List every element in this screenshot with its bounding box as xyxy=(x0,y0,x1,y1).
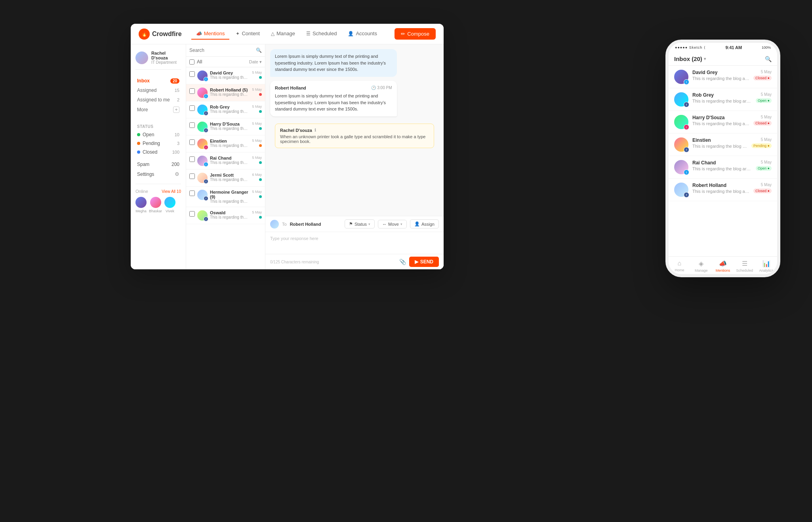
msg-checkbox[interactable] xyxy=(189,122,195,128)
avatar xyxy=(135,51,148,64)
mobile-msg-content: Rai Chand This is regarding the blog art… xyxy=(692,160,752,171)
msg-checkbox[interactable] xyxy=(189,105,195,111)
sidebar-item-more[interactable]: More + xyxy=(135,105,181,115)
list-item[interactable]: f Jermi Scott This is regarding the blog… xyxy=(186,170,265,187)
assigned-count: 15 xyxy=(175,88,179,93)
status-button[interactable]: ⚑ Status ▾ xyxy=(345,219,375,229)
manage-label: Manage xyxy=(276,30,295,36)
bubble-time: 3:00 PM xyxy=(377,86,392,90)
list-item[interactable]: f Harry D'Souza This is regarding the bl… xyxy=(186,118,265,135)
msg-text: This is regarding the blog article publi… xyxy=(210,75,250,80)
list-item[interactable]: f Rob Grey This is regarding the blog ar… xyxy=(186,101,265,118)
reply-input-area: Type your response here xyxy=(265,232,444,254)
msg-avatar: f xyxy=(197,122,208,132)
search-input[interactable] xyxy=(189,48,254,53)
message-bubble-incoming: Lorem Ipsum is simply dummy text of the … xyxy=(270,49,397,77)
mobile-nav-mentions[interactable]: 📣 Mentions xyxy=(712,260,734,272)
list-item[interactable]: i Harry D'Souza This is regarding the bl… xyxy=(669,111,777,133)
note-info-icon: ℹ xyxy=(315,128,316,132)
open-count: 10 xyxy=(175,132,179,137)
mobile-msg-meta: 5 May Open ● xyxy=(756,92,772,103)
msg-status-dot xyxy=(259,76,262,79)
list-item[interactable]: i Einstien This is regarding the blog ar… xyxy=(186,135,265,152)
sidebar: Rachel D'souza IT Department Inbox 20 As… xyxy=(131,44,186,269)
more-plus-icon[interactable]: + xyxy=(173,107,179,113)
assign-button[interactable]: 👤 Assign xyxy=(410,219,439,229)
mobile-nav-analytics[interactable]: 📊 Analytics xyxy=(755,260,777,272)
sidebar-item-assigned[interactable]: Assigned 15 xyxy=(135,86,181,95)
msg-text: This is regarding the blog article publi… xyxy=(210,160,250,165)
list-item[interactable]: t Rai Chand This is regarding the blog a… xyxy=(669,156,777,179)
nav-accounts[interactable]: 👤 Accounts xyxy=(343,28,381,40)
list-item[interactable]: f Robert Holland This is regarding the b… xyxy=(669,179,777,201)
msg-checkbox[interactable] xyxy=(189,71,195,77)
compose-label: Compose xyxy=(407,31,429,37)
status-pending[interactable]: Pending 3 xyxy=(135,139,181,148)
twitter-badge: t xyxy=(204,162,208,167)
mobile-msg-name: Rai Chand xyxy=(692,160,752,166)
mobile-msg-meta: 5 May Closed ● xyxy=(753,70,772,80)
msg-checkbox[interactable] xyxy=(189,88,195,94)
top-nav: 🔥 Crowdfire 📣 Mentions ✦ Content △ Manag… xyxy=(131,24,444,44)
msg-checkbox[interactable] xyxy=(189,191,195,196)
facebook-badge: f xyxy=(204,217,208,221)
send-button[interactable]: ▶ SEND xyxy=(409,257,439,267)
attachment-icon[interactable]: 📎 xyxy=(399,259,406,265)
list-item[interactable]: f Rob Grey This is regarding the blog ar… xyxy=(669,88,777,111)
msg-text: This is regarding the blog article publi… xyxy=(210,92,250,97)
send-actions: 📎 ▶ SEND xyxy=(399,257,439,267)
msg-avatar: t xyxy=(197,70,208,81)
msg-meta: 5 May xyxy=(252,190,262,198)
nav-mentions[interactable]: 📣 Mentions xyxy=(191,28,230,40)
scheduled-label: Scheduled xyxy=(736,269,753,272)
mobile-nav-manage[interactable]: ◈ Manage xyxy=(690,260,712,272)
mobile-app: ●●●●● Sketch ⟨ 9:41 AM 100% Inbox (20) ▾… xyxy=(665,40,780,277)
bubble-sender: Robert Holland xyxy=(275,85,306,91)
list-item[interactable]: f Oswald This is regarding the blog... 5… xyxy=(186,207,265,224)
settings-item[interactable]: Settings ⚙ xyxy=(135,169,181,179)
mobile-nav-scheduled[interactable]: ☰ Scheduled xyxy=(734,260,755,272)
facebook-badge: f xyxy=(204,111,208,116)
bhaskar-avatar xyxy=(150,197,161,208)
home-icon: ⌂ xyxy=(678,260,682,267)
assigned-label: Assigned xyxy=(137,88,156,93)
facebook-badge: f xyxy=(204,128,208,133)
nav-content[interactable]: ✦ Content xyxy=(231,28,265,40)
select-all-checkbox[interactable] xyxy=(189,59,194,65)
manage-icon: △ xyxy=(271,31,274,36)
list-item[interactable]: t Robert Holland (5) This is regarding t… xyxy=(186,84,265,101)
spam-item[interactable]: Spam 200 xyxy=(135,160,181,169)
chat-panel: Lorem Ipsum is simply dummy text of the … xyxy=(265,44,444,269)
list-item[interactable]: t David Grey This is regarding the blog … xyxy=(186,67,265,84)
nav-scheduled[interactable]: ☰ Scheduled xyxy=(301,28,341,40)
list-item[interactable]: f Einstien This is regarding the blog ar… xyxy=(669,133,777,156)
nav-manage[interactable]: △ Manage xyxy=(266,28,300,40)
date-sort[interactable]: Date ▾ xyxy=(249,59,262,65)
facebook-badge: f xyxy=(204,196,208,201)
msg-checkbox[interactable] xyxy=(189,211,195,217)
mobile-msg-content: David Grey This is regarding the blog ar… xyxy=(692,70,749,81)
move-label: Move xyxy=(388,222,399,227)
msg-text: This is regarding the blog article publi… xyxy=(210,109,250,114)
mobile-msg-date: 5 May xyxy=(761,137,772,142)
msg-text: This is regarding the blog article publi… xyxy=(210,126,250,131)
list-item[interactable]: t David Grey This is regarding the blog … xyxy=(669,66,777,88)
note-text: When an unknown printer took a galle typ… xyxy=(280,134,429,144)
move-button[interactable]: ↔ Move ▾ xyxy=(378,220,407,229)
open-label: Open xyxy=(143,132,154,137)
msg-checkbox[interactable] xyxy=(189,173,195,179)
status-open[interactable]: Open 10 xyxy=(135,130,181,139)
inbox-chevron-icon: ▾ xyxy=(704,57,706,61)
mobile-nav-home[interactable]: ⌂ Home xyxy=(669,260,690,272)
msg-checkbox[interactable] xyxy=(189,156,195,162)
view-all-link[interactable]: View All 10 xyxy=(162,189,181,194)
status-closed[interactable]: Closed 100 xyxy=(135,148,181,156)
list-item[interactable]: f Hermoine Granger (9) This is regarding… xyxy=(186,187,265,207)
compose-button[interactable]: ✏ Compose xyxy=(395,28,436,40)
mobile-search-icon[interactable]: 🔍 xyxy=(765,56,772,62)
sidebar-item-inbox[interactable]: Inbox 20 xyxy=(135,76,181,86)
sidebar-item-assigned-to-me[interactable]: Assigned to me 2 xyxy=(135,95,181,105)
list-item[interactable]: t Rai Chand This is regarding the blog a… xyxy=(186,152,265,170)
msg-checkbox[interactable] xyxy=(189,139,195,145)
spam-label: Spam xyxy=(137,162,149,167)
